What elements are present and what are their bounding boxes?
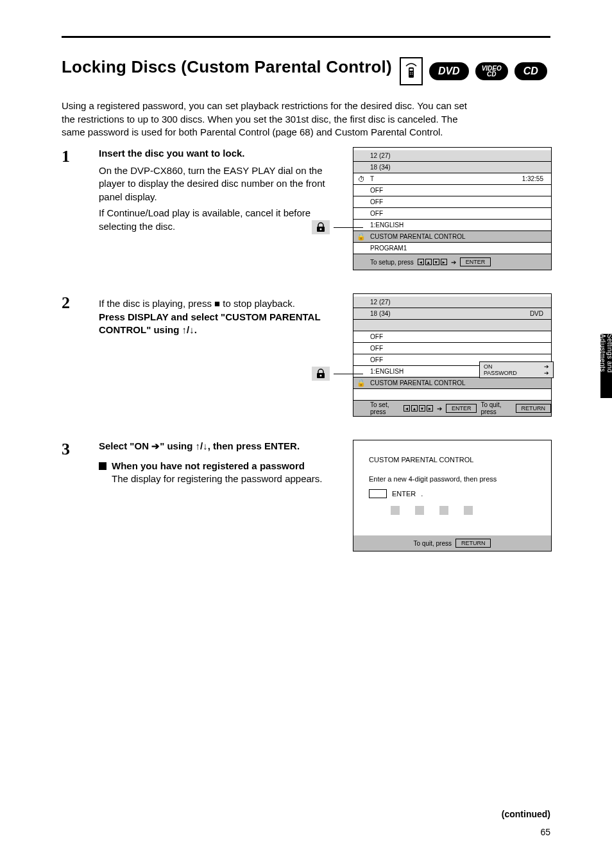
menu-item: 12 (27) (370, 299, 391, 306)
return-label: RETURN (516, 404, 552, 413)
pw-enter-label: ENTER (392, 490, 416, 498)
menu-item: 1:ENGLISH (370, 221, 404, 229)
menu-value: DVD (530, 310, 543, 317)
submenu: ON➔ PASSWORD➔ (479, 361, 554, 378)
menu-value: 1:32:55 (522, 175, 543, 182)
step-number: 1 (62, 147, 89, 166)
dpad-icon: ◄▲▼► (418, 259, 447, 265)
menu-item: OFF (370, 356, 383, 363)
menu-item: OFF (370, 187, 383, 194)
password-digits (391, 506, 536, 515)
svg-point-3 (412, 72, 413, 73)
menu-item-selected: CUSTOM PARENTAL CONTROL (370, 233, 466, 240)
page-number: 65 (540, 827, 550, 837)
enter-label: ENTER (460, 257, 491, 266)
menu-item: 1:ENGLISH (370, 368, 404, 375)
step-title: Select "ON ➔" using ↑/↓, then press ENTE… (99, 440, 300, 451)
side-tab: Settings and Adjustments (600, 334, 612, 398)
menu-screenshot-2: ■ 12 (27) 18 (34)DVD OFF OFF OFF 1:ENGLI… (353, 293, 552, 417)
svg-point-7 (320, 229, 322, 230)
page-title: Locking Discs (Custom Parental Control) (62, 57, 392, 77)
digit-placeholder (415, 506, 424, 515)
menu-item: 18 (34) (370, 310, 391, 317)
nav-hint: To setup, press (370, 259, 414, 266)
digit-placeholder (464, 506, 473, 515)
nav-quit-hint: To quit, press (480, 401, 511, 415)
bullet-icon (99, 462, 106, 470)
digit-placeholder (439, 506, 448, 515)
step-when: When you have not registered a password (112, 460, 323, 473)
menu-item: 12 (27) (370, 152, 391, 159)
svg-point-9 (320, 375, 322, 377)
arrow-right-icon: ➔ (544, 370, 549, 376)
lock-icon (312, 220, 330, 234)
menu-item-selected: CUSTOM PARENTAL CONTROL (370, 379, 466, 386)
svg-point-4 (410, 74, 411, 75)
intro-paragraph: Using a registered password, you can set… (62, 100, 472, 139)
password-screenshot: CUSTOM PARENTAL CONTROL Enter a new 4-di… (353, 440, 552, 551)
pw-instruction: Enter a new 4-digit password, then press (369, 475, 497, 483)
submenu-on: ON (484, 363, 493, 370)
menu-item: PROGRAM1 (370, 245, 407, 252)
remote-icon (400, 57, 423, 85)
vcd-line2: CD (487, 71, 496, 77)
enter-label: ENTER (446, 404, 477, 413)
step-note: If Continue/Load play is available, canc… (99, 207, 343, 233)
svg-point-5 (412, 74, 413, 75)
top-rule (62, 36, 550, 38)
step-title: Press DISPLAY and select "CUSTOM PARENTA… (99, 311, 320, 336)
cd-badge: CD (514, 62, 547, 80)
arrow-right-icon: ➔ (437, 405, 442, 412)
digit-placeholder (391, 506, 400, 515)
menu-item: OFF (370, 345, 383, 352)
video-cd-badge: VIDEO CD (475, 62, 508, 80)
menu-item: OFF (370, 198, 383, 205)
step-number: 2 (62, 293, 89, 313)
enter-box-icon (369, 489, 387, 498)
lock-icon (312, 367, 330, 381)
pw-title: CUSTOM PARENTAL CONTROL (369, 456, 536, 464)
return-label: RETURN (455, 539, 491, 548)
step-number: 3 (62, 440, 89, 459)
arrow-right-icon: ➔ (544, 363, 549, 370)
continued-label: (continued) (502, 809, 550, 819)
step-note: The display for registering the password… (112, 473, 323, 486)
menu-item: 18 (34) (370, 164, 391, 171)
menu-item: OFF (370, 210, 383, 217)
submenu-password: PASSWORD (484, 370, 517, 376)
dpad-icon: ◄▲▼► (404, 405, 433, 412)
step-body: On the DVP-CX860, turn the EASY PLAY dia… (99, 164, 343, 204)
menu-item: T (370, 175, 374, 182)
menu-item: OFF (370, 333, 383, 340)
arrow-right-icon: ➔ (451, 259, 456, 266)
menu-screenshot-1: ▶ 12 (27) 18 (34) ⏱T1:32:55 OFF OFF OFF … (353, 147, 552, 270)
svg-point-2 (410, 72, 411, 73)
step-body: If the disc is playing, press ■ to stop … (99, 297, 343, 311)
step-title: Insert the disc you want to lock. (99, 148, 245, 159)
pw-quit-hint: To quit, press (414, 540, 452, 547)
nav-hint: To set, press (370, 401, 400, 415)
svg-rect-1 (409, 69, 412, 71)
dvd-badge: DVD (429, 62, 469, 80)
